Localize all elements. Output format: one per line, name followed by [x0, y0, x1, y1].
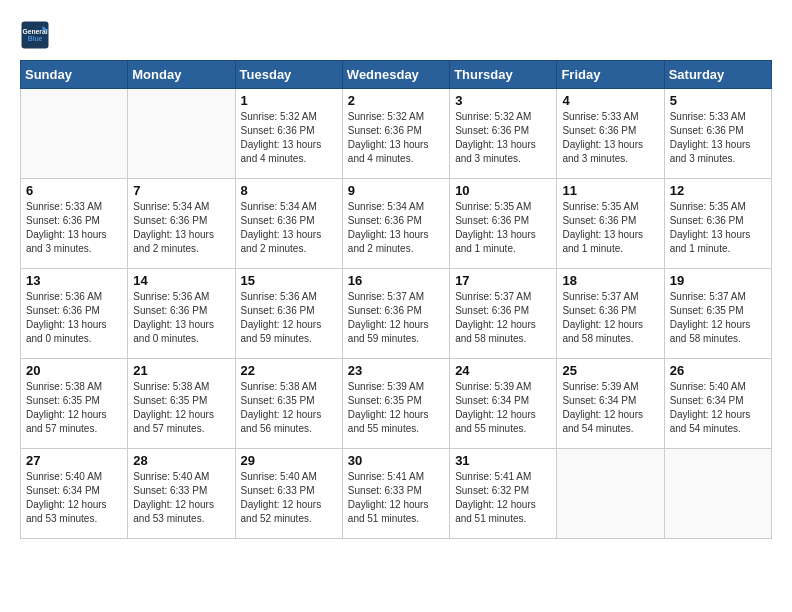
calendar-cell: 1Sunrise: 5:32 AMSunset: 6:36 PMDaylight… — [235, 89, 342, 179]
day-info: Sunrise: 5:36 AMSunset: 6:36 PMDaylight:… — [133, 290, 229, 346]
calendar-cell: 31Sunrise: 5:41 AMSunset: 6:32 PMDayligh… — [450, 449, 557, 539]
day-number: 6 — [26, 183, 122, 198]
week-row-2: 6Sunrise: 5:33 AMSunset: 6:36 PMDaylight… — [21, 179, 772, 269]
logo-icon: General Blue — [20, 20, 50, 50]
calendar-cell: 21Sunrise: 5:38 AMSunset: 6:35 PMDayligh… — [128, 359, 235, 449]
calendar-cell: 26Sunrise: 5:40 AMSunset: 6:34 PMDayligh… — [664, 359, 771, 449]
day-number: 3 — [455, 93, 551, 108]
calendar-cell — [128, 89, 235, 179]
week-row-1: 1Sunrise: 5:32 AMSunset: 6:36 PMDaylight… — [21, 89, 772, 179]
calendar-cell: 17Sunrise: 5:37 AMSunset: 6:36 PMDayligh… — [450, 269, 557, 359]
calendar-cell: 7Sunrise: 5:34 AMSunset: 6:36 PMDaylight… — [128, 179, 235, 269]
calendar-cell — [664, 449, 771, 539]
day-number: 15 — [241, 273, 337, 288]
weekday-header-friday: Friday — [557, 61, 664, 89]
calendar-cell: 18Sunrise: 5:37 AMSunset: 6:36 PMDayligh… — [557, 269, 664, 359]
day-number: 14 — [133, 273, 229, 288]
weekday-header-monday: Monday — [128, 61, 235, 89]
day-number: 27 — [26, 453, 122, 468]
day-info: Sunrise: 5:39 AMSunset: 6:35 PMDaylight:… — [348, 380, 444, 436]
day-info: Sunrise: 5:36 AMSunset: 6:36 PMDaylight:… — [26, 290, 122, 346]
day-info: Sunrise: 5:41 AMSunset: 6:32 PMDaylight:… — [455, 470, 551, 526]
calendar-cell: 16Sunrise: 5:37 AMSunset: 6:36 PMDayligh… — [342, 269, 449, 359]
day-number: 11 — [562, 183, 658, 198]
day-number: 4 — [562, 93, 658, 108]
calendar-cell: 20Sunrise: 5:38 AMSunset: 6:35 PMDayligh… — [21, 359, 128, 449]
day-number: 13 — [26, 273, 122, 288]
weekday-header-sunday: Sunday — [21, 61, 128, 89]
day-number: 2 — [348, 93, 444, 108]
day-number: 25 — [562, 363, 658, 378]
calendar-table: SundayMondayTuesdayWednesdayThursdayFrid… — [20, 60, 772, 539]
day-number: 22 — [241, 363, 337, 378]
day-number: 7 — [133, 183, 229, 198]
day-info: Sunrise: 5:39 AMSunset: 6:34 PMDaylight:… — [562, 380, 658, 436]
day-info: Sunrise: 5:40 AMSunset: 6:33 PMDaylight:… — [133, 470, 229, 526]
day-info: Sunrise: 5:38 AMSunset: 6:35 PMDaylight:… — [133, 380, 229, 436]
day-info: Sunrise: 5:41 AMSunset: 6:33 PMDaylight:… — [348, 470, 444, 526]
day-number: 29 — [241, 453, 337, 468]
day-info: Sunrise: 5:35 AMSunset: 6:36 PMDaylight:… — [562, 200, 658, 256]
calendar-cell: 12Sunrise: 5:35 AMSunset: 6:36 PMDayligh… — [664, 179, 771, 269]
calendar-cell: 4Sunrise: 5:33 AMSunset: 6:36 PMDaylight… — [557, 89, 664, 179]
calendar-cell: 24Sunrise: 5:39 AMSunset: 6:34 PMDayligh… — [450, 359, 557, 449]
calendar-cell: 5Sunrise: 5:33 AMSunset: 6:36 PMDaylight… — [664, 89, 771, 179]
day-number: 12 — [670, 183, 766, 198]
day-info: Sunrise: 5:33 AMSunset: 6:36 PMDaylight:… — [562, 110, 658, 166]
logo: General Blue — [20, 20, 54, 50]
day-info: Sunrise: 5:38 AMSunset: 6:35 PMDaylight:… — [26, 380, 122, 436]
weekday-header-row: SundayMondayTuesdayWednesdayThursdayFrid… — [21, 61, 772, 89]
calendar-cell: 25Sunrise: 5:39 AMSunset: 6:34 PMDayligh… — [557, 359, 664, 449]
weekday-header-saturday: Saturday — [664, 61, 771, 89]
calendar-cell: 13Sunrise: 5:36 AMSunset: 6:36 PMDayligh… — [21, 269, 128, 359]
day-number: 19 — [670, 273, 766, 288]
day-number: 28 — [133, 453, 229, 468]
day-info: Sunrise: 5:35 AMSunset: 6:36 PMDaylight:… — [670, 200, 766, 256]
calendar-cell: 2Sunrise: 5:32 AMSunset: 6:36 PMDaylight… — [342, 89, 449, 179]
svg-text:Blue: Blue — [28, 35, 43, 42]
day-info: Sunrise: 5:37 AMSunset: 6:36 PMDaylight:… — [562, 290, 658, 346]
day-number: 17 — [455, 273, 551, 288]
calendar-cell: 28Sunrise: 5:40 AMSunset: 6:33 PMDayligh… — [128, 449, 235, 539]
day-number: 30 — [348, 453, 444, 468]
day-number: 31 — [455, 453, 551, 468]
calendar-cell: 3Sunrise: 5:32 AMSunset: 6:36 PMDaylight… — [450, 89, 557, 179]
calendar-cell — [557, 449, 664, 539]
day-info: Sunrise: 5:34 AMSunset: 6:36 PMDaylight:… — [348, 200, 444, 256]
day-info: Sunrise: 5:39 AMSunset: 6:34 PMDaylight:… — [455, 380, 551, 436]
calendar-cell: 15Sunrise: 5:36 AMSunset: 6:36 PMDayligh… — [235, 269, 342, 359]
day-info: Sunrise: 5:40 AMSunset: 6:34 PMDaylight:… — [670, 380, 766, 436]
calendar-cell: 6Sunrise: 5:33 AMSunset: 6:36 PMDaylight… — [21, 179, 128, 269]
day-info: Sunrise: 5:40 AMSunset: 6:34 PMDaylight:… — [26, 470, 122, 526]
day-number: 20 — [26, 363, 122, 378]
day-number: 18 — [562, 273, 658, 288]
day-number: 10 — [455, 183, 551, 198]
day-number: 1 — [241, 93, 337, 108]
calendar-cell: 23Sunrise: 5:39 AMSunset: 6:35 PMDayligh… — [342, 359, 449, 449]
calendar-cell: 30Sunrise: 5:41 AMSunset: 6:33 PMDayligh… — [342, 449, 449, 539]
week-row-3: 13Sunrise: 5:36 AMSunset: 6:36 PMDayligh… — [21, 269, 772, 359]
day-info: Sunrise: 5:35 AMSunset: 6:36 PMDaylight:… — [455, 200, 551, 256]
day-number: 5 — [670, 93, 766, 108]
page-header: General Blue — [20, 20, 772, 50]
day-info: Sunrise: 5:34 AMSunset: 6:36 PMDaylight:… — [133, 200, 229, 256]
day-info: Sunrise: 5:32 AMSunset: 6:36 PMDaylight:… — [241, 110, 337, 166]
calendar-cell: 9Sunrise: 5:34 AMSunset: 6:36 PMDaylight… — [342, 179, 449, 269]
calendar-cell: 11Sunrise: 5:35 AMSunset: 6:36 PMDayligh… — [557, 179, 664, 269]
day-info: Sunrise: 5:37 AMSunset: 6:36 PMDaylight:… — [348, 290, 444, 346]
weekday-header-thursday: Thursday — [450, 61, 557, 89]
day-info: Sunrise: 5:34 AMSunset: 6:36 PMDaylight:… — [241, 200, 337, 256]
calendar-cell: 14Sunrise: 5:36 AMSunset: 6:36 PMDayligh… — [128, 269, 235, 359]
day-info: Sunrise: 5:40 AMSunset: 6:33 PMDaylight:… — [241, 470, 337, 526]
day-number: 8 — [241, 183, 337, 198]
calendar-cell: 22Sunrise: 5:38 AMSunset: 6:35 PMDayligh… — [235, 359, 342, 449]
weekday-header-tuesday: Tuesday — [235, 61, 342, 89]
day-info: Sunrise: 5:32 AMSunset: 6:36 PMDaylight:… — [455, 110, 551, 166]
calendar-cell — [21, 89, 128, 179]
week-row-4: 20Sunrise: 5:38 AMSunset: 6:35 PMDayligh… — [21, 359, 772, 449]
day-info: Sunrise: 5:37 AMSunset: 6:36 PMDaylight:… — [455, 290, 551, 346]
day-number: 24 — [455, 363, 551, 378]
day-info: Sunrise: 5:36 AMSunset: 6:36 PMDaylight:… — [241, 290, 337, 346]
day-info: Sunrise: 5:37 AMSunset: 6:35 PMDaylight:… — [670, 290, 766, 346]
day-number: 9 — [348, 183, 444, 198]
